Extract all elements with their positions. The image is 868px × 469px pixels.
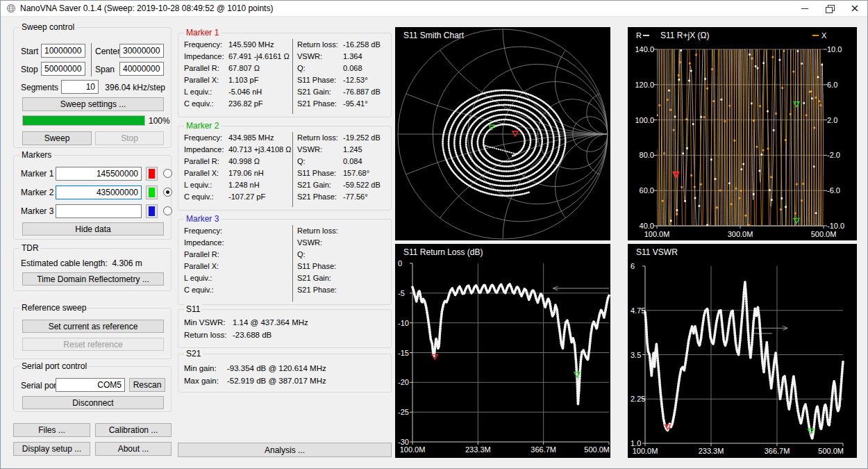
marker-2-input[interactable]	[56, 186, 142, 199]
field-label: Impedance:	[184, 51, 228, 63]
sweep-settings-button[interactable]: Sweep settings ...	[22, 97, 164, 111]
svg-text:2.25: 2.25	[631, 395, 645, 403]
field-label: Parallel R:	[184, 156, 228, 167]
marker-detail-left-column: Frequency:Impedance:Parallel R:Parallel …	[181, 225, 292, 302]
field-label: L equiv.:	[184, 272, 228, 284]
field-label: C equiv.:	[184, 284, 228, 296]
s21-min-gain-row: Min gain:-93.354 dB @ 120.614 MHz	[184, 364, 326, 372]
tdr-title: TDR	[19, 243, 41, 253]
marker-1-detail-group: Marker 1Frequency:145.590 MHzImpedance:6…	[178, 33, 392, 117]
marker-detail-row: C equiv.:-107.27 pF	[184, 191, 292, 203]
s11-return-loss-value: -23.688 dB	[233, 331, 272, 339]
markers-title: Markers	[19, 150, 53, 160]
marker-detail-row: Impedance:67.491 -j4.6161 Ω	[184, 51, 292, 63]
svg-text:366.7M: 366.7M	[531, 445, 556, 454]
restore-button[interactable]	[817, 1, 842, 16]
field-value: 434.985 MHz	[228, 132, 274, 144]
field-label: S21 Gain:	[297, 179, 343, 191]
center-input[interactable]	[119, 44, 164, 58]
svg-text:3.5: 3.5	[631, 351, 641, 359]
field-label: Parallel X:	[184, 74, 228, 86]
marker-1-radio[interactable]	[163, 169, 172, 178]
disconnect-button[interactable]: Disconnect	[22, 396, 164, 409]
field-label: S11 Phase:	[297, 167, 343, 179]
marker-3-radio[interactable]	[163, 206, 172, 215]
field-label: Frequency:	[184, 225, 228, 237]
start-input[interactable]	[41, 44, 85, 58]
files-button[interactable]: Files ...	[13, 423, 90, 437]
tdr-button[interactable]: Time Domain Reflectometry ...	[22, 272, 164, 286]
field-label: Frequency:	[184, 132, 228, 144]
field-value: 0.068	[343, 63, 362, 74]
marker-detail-row: Frequency:434.985 MHz	[184, 132, 292, 144]
rescan-button[interactable]: Rescan	[129, 378, 165, 392]
marker-2-radio[interactable]	[163, 188, 172, 197]
field-label: Return loss:	[297, 132, 343, 144]
cable-length-value: 4.306 m	[112, 258, 142, 268]
span-input[interactable]	[119, 62, 164, 76]
step-size-label: 396.04 kHz/step	[94, 83, 165, 92]
marker-3-input[interactable]	[56, 204, 142, 218]
tdr-group: TDR Estimated cable length: 4.306 m Time…	[13, 248, 172, 291]
marker-1-input[interactable]	[56, 167, 142, 181]
marker-detail-row: Impedance:	[184, 237, 292, 249]
field-value: -107.27 pF	[228, 191, 265, 203]
marker-detail-row: Parallel X:1.103 pF	[184, 74, 292, 86]
field-label: Return loss:	[297, 39, 343, 51]
field-label: S21 Gain:	[297, 86, 343, 98]
marker-detail-row: VSWR:	[297, 237, 388, 249]
sweep-button[interactable]: Sweep	[22, 131, 92, 145]
serial-port-title: Serial port control	[19, 361, 89, 371]
close-button[interactable]: ×	[842, 1, 867, 16]
svg-text:S11 R+jX (Ω): S11 R+jX (Ω)	[660, 31, 709, 40]
s11-info-title: S11	[184, 304, 202, 314]
svg-text:120.0: 120.0	[635, 81, 654, 89]
marker-detail-row: S21 Gain:	[297, 272, 388, 284]
marker-detail-columns: Frequency:Impedance:Parallel R:Parallel …	[181, 225, 388, 302]
svg-text:500.0M: 500.0M	[584, 445, 610, 454]
display-setup-button[interactable]: Display setup ...	[13, 442, 90, 456]
marker-detail-row: S21 Phase:	[297, 284, 388, 296]
marker-1-color-button[interactable]	[146, 167, 158, 181]
rjx-chart[interactable]: 140.010.0120.06.0100.02.080.0-2.060.0-6.…	[628, 27, 857, 240]
field-label: VSWR:	[297, 51, 343, 63]
minimize-button[interactable]	[792, 1, 817, 16]
s11-min-vswr-row: Min VSWR:1.14 @ 437.364 MHz	[184, 318, 308, 327]
field-label: S21 Phase:	[297, 191, 343, 203]
about-button[interactable]: About ...	[95, 442, 172, 456]
field-value: 0.084	[343, 156, 362, 167]
marker-detail-left-column: Frequency:434.985 MHzImpedance:40.713 +j…	[181, 132, 292, 207]
marker-2-color-button[interactable]	[146, 186, 158, 199]
smith-chart[interactable]: S11 Smith Chart	[395, 27, 610, 240]
marker-detail-row: Parallel R:40.998 Ω	[184, 156, 292, 167]
stop-input[interactable]	[41, 62, 85, 76]
segments-input[interactable]	[61, 80, 99, 94]
hide-data-button[interactable]: Hide data	[22, 222, 164, 236]
field-value: 157.68°	[343, 167, 369, 179]
svg-text:R: R	[636, 31, 642, 40]
vswr-chart[interactable]: 64.753.52.251.0100.0M233.3M366.7M500.0MS…	[628, 244, 857, 458]
marker-detail-row: Parallel X:	[184, 261, 292, 272]
field-label: VSWR:	[297, 144, 343, 156]
markers-rows: Marker 1Marker 2Marker 3	[21, 164, 168, 220]
marker-3-color-swatch	[149, 206, 155, 216]
span-label: Span	[95, 65, 115, 74]
marker-3-color-button[interactable]	[146, 204, 158, 218]
field-value: 67.807 Ω	[228, 63, 260, 74]
marker-row: Marker 1	[21, 164, 168, 183]
s21-info-group: S21 Min gain:-93.354 dB @ 120.614 MHz Ma…	[178, 354, 392, 393]
return-loss-chart[interactable]: 0-5-10-15-20-25-30100.0M233.3M366.7M500.…	[395, 244, 610, 458]
reset-reference-button[interactable]: Reset reference	[22, 338, 164, 351]
svg-text:2.0: 2.0	[827, 116, 837, 124]
s21-min-gain-value: -93.354 dB @ 120.614 MHz	[227, 364, 326, 372]
marker-detail-left-column: Frequency:145.590 MHzImpedance:67.491 -j…	[181, 39, 292, 114]
svg-text:0: 0	[398, 259, 402, 268]
stop-button[interactable]: Stop	[95, 131, 164, 145]
serial-port-input[interactable]	[56, 378, 125, 392]
calibration-button[interactable]: Calibration ...	[95, 423, 172, 437]
set-reference-button[interactable]: Set current as reference	[22, 320, 164, 333]
marker-detail-row: C equiv.:236.82 pF	[184, 98, 292, 110]
field-label: S11 Phase:	[297, 74, 343, 86]
field-label: Parallel X:	[184, 261, 228, 272]
analysis-button[interactable]: Analysis ...	[178, 443, 392, 457]
